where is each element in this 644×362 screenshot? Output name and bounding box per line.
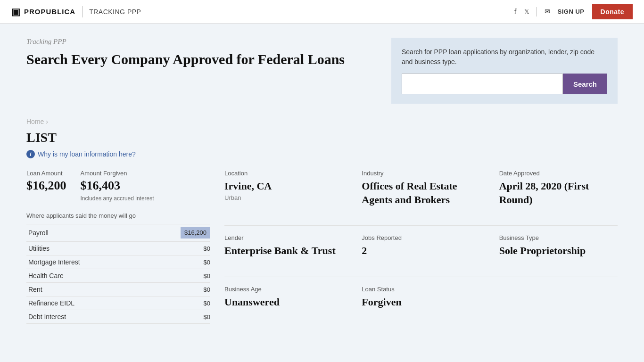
facebook-icon[interactable]: f — [514, 8, 516, 16]
table-row: Rent$0 — [26, 282, 210, 296]
detail-block: Business TypeSole Proprietorship — [499, 234, 618, 258]
table-row: Mortgage Interest$0 — [26, 255, 210, 269]
detail-block: Loan StatusForgiven — [362, 286, 480, 309]
search-input[interactable] — [402, 74, 563, 94]
value-cell: $0 — [116, 296, 210, 310]
search-description: Search for PPP loan applications by orga… — [402, 47, 607, 67]
header-divider — [82, 6, 83, 17]
table-row: Utilities$0 — [26, 241, 210, 255]
tracking-ppp-label: TRACKING PPP — [89, 8, 141, 16]
detail-value: Offices of Real Estate Agents and Broker… — [362, 180, 480, 206]
detail-label: Lender — [224, 234, 343, 241]
breadcrumb-separator: › — [46, 118, 48, 125]
category-cell: Health Care — [26, 269, 116, 282]
category-cell: Refinance EIDL — [26, 296, 116, 310]
money-zero-value: $0 — [204, 259, 210, 266]
money-zero-value: $0 — [204, 286, 210, 293]
top-section: Tracking PPP Search Every Company Approv… — [26, 38, 618, 104]
detail-block: LocationIrvine, CAUrban — [224, 170, 343, 206]
detail-value: Sole Proprietorship — [499, 244, 618, 258]
content-grid: Loan Amount $16,200 Amount Forgiven $16,… — [26, 170, 618, 328]
logo-text: ProPublica — [24, 8, 75, 16]
loan-info-link[interactable]: i Why is my loan information here? — [26, 150, 618, 158]
money-zero-value: $0 — [204, 272, 210, 280]
detail-label: Jobs Reported — [362, 234, 480, 241]
value-cell: $0 — [116, 282, 210, 296]
category-cell: Mortgage Interest — [26, 255, 116, 269]
detail-value: Enterprise Bank & Trust — [224, 244, 343, 258]
header: ▣ ProPublica TRACKING PPP f 𝕏 ✉ SIGN UP … — [0, 0, 644, 24]
table-row: Health Care$0 — [26, 269, 210, 282]
details-row: LenderEnterprise Bank & TrustJobs Report… — [224, 225, 618, 272]
search-button[interactable]: Search — [563, 74, 607, 94]
category-cell: Debt Interest — [26, 310, 116, 323]
money-zero-value: $0 — [204, 245, 210, 252]
detail-block: LenderEnterprise Bank & Trust — [224, 234, 343, 258]
home-link[interactable]: Home — [26, 118, 44, 125]
left-panel: Loan Amount $16,200 Amount Forgiven $16,… — [26, 170, 224, 328]
detail-value: April 28, 2020 (First Round) — [499, 180, 618, 206]
amount-forgiven-block: Amount Forgiven $16,403 Includes any acc… — [81, 170, 154, 203]
detail-block — [499, 286, 618, 309]
category-cell: Rent — [26, 282, 116, 296]
detail-value: 2 — [362, 244, 480, 258]
category-cell: Payroll — [26, 224, 116, 241]
loan-amount-block: Loan Amount $16,200 — [26, 170, 66, 203]
loan-amount-value: $16,200 — [26, 179, 66, 193]
detail-label: Business Age — [224, 286, 343, 293]
info-icon: i — [26, 150, 35, 158]
logo-icon: ▣ — [11, 6, 20, 17]
donate-button[interactable]: Donate — [592, 4, 633, 19]
main-content: Tracking PPP Search Every Company Approv… — [13, 24, 631, 346]
signup-link[interactable]: SIGN UP — [558, 8, 585, 15]
detail-block: Jobs Reported2 — [362, 234, 480, 258]
table-row: Refinance EIDL$0 — [26, 296, 210, 310]
list-heading: LIST — [26, 130, 618, 145]
header-right-divider — [537, 7, 537, 16]
money-zero-value: $0 — [204, 313, 210, 321]
breadcrumb[interactable]: Home › — [26, 118, 618, 125]
amount-forgiven-label: Amount Forgiven — [81, 170, 154, 177]
details-row: LocationIrvine, CAUrbanIndustryOffices o… — [224, 170, 618, 221]
twitter-icon[interactable]: 𝕏 — [524, 8, 529, 16]
detail-label: Loan Status — [362, 286, 480, 293]
money-table: Payroll$16,200Utilities$0Mortgage Intere… — [26, 224, 210, 324]
value-cell: $0 — [116, 241, 210, 255]
value-cell: $0 — [116, 255, 210, 269]
amount-forgiven-value: $16,403 — [81, 179, 154, 193]
detail-label: Date Approved — [499, 170, 618, 177]
hero: Tracking PPP Search Every Company Approv… — [26, 38, 391, 68]
table-row: Debt Interest$0 — [26, 310, 210, 323]
detail-block: Business AgeUnanswered — [224, 286, 343, 309]
loan-amounts: Loan Amount $16,200 Amount Forgiven $16,… — [26, 170, 210, 203]
category-cell: Utilities — [26, 241, 116, 255]
detail-block: Date ApprovedApril 28, 2020 (First Round… — [499, 170, 618, 206]
value-cell: $16,200 — [116, 224, 210, 241]
logo[interactable]: ▣ ProPublica — [11, 6, 75, 17]
loan-info-text: Why is my loan information here? — [38, 150, 136, 158]
detail-sub: Urban — [224, 194, 343, 201]
money-breakdown-label: Where applicants said the money will go — [26, 212, 210, 219]
hero-title: Search Every Company Approved for Federa… — [26, 50, 372, 68]
detail-block: IndustryOffices of Real Estate Agents an… — [362, 170, 480, 206]
detail-label: Business Type — [499, 234, 618, 241]
forgiven-note: Includes any accrued interest — [81, 195, 154, 203]
value-cell: $0 — [116, 269, 210, 282]
money-table-body: Payroll$16,200Utilities$0Mortgage Intere… — [26, 224, 210, 323]
money-zero-value: $0 — [204, 300, 210, 307]
detail-value: Irvine, CA — [224, 180, 343, 193]
email-icon: ✉ — [545, 8, 550, 16]
payroll-bar: $16,200 — [181, 227, 210, 239]
detail-value: Unanswered — [224, 296, 343, 309]
header-left: ▣ ProPublica TRACKING PPP — [11, 6, 141, 17]
loan-amount-label: Loan Amount — [26, 170, 66, 177]
header-right: f 𝕏 ✉ SIGN UP Donate — [514, 4, 633, 19]
details-section: LocationIrvine, CAUrbanIndustryOffices o… — [224, 170, 618, 328]
detail-label: Industry — [362, 170, 480, 177]
detail-value: Forgiven — [362, 296, 480, 309]
details-row: Business AgeUnansweredLoan StatusForgive… — [224, 277, 618, 323]
search-box: Search for PPP loan applications by orga… — [391, 38, 618, 104]
value-cell: $0 — [116, 310, 210, 323]
detail-label: Location — [224, 170, 343, 177]
hero-subtitle: Tracking PPP — [26, 38, 372, 46]
